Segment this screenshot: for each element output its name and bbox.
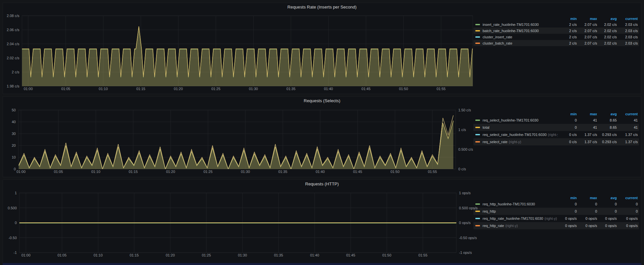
- legend-header-current[interactable]: current: [617, 112, 638, 116]
- x-tick-label: 01:05: [57, 253, 67, 257]
- y-left-tick-label: 2.04 c/s: [7, 42, 19, 46]
- legend-header-current[interactable]: current: [617, 196, 638, 200]
- x-tick-label: 01:05: [61, 87, 71, 91]
- x-tick-label: 01:55: [437, 87, 446, 91]
- stat-current: 2.03 c/s: [617, 35, 638, 39]
- legend-header-max[interactable]: max: [577, 196, 597, 200]
- y-left-tick-label: 0.500: [8, 206, 17, 210]
- x-tick-label: 01:25: [203, 170, 213, 174]
- stat-max: 2.07 c/s: [577, 35, 597, 39]
- legend-row: req_http_rate_huolinhe-TM1701:6030(right…: [473, 215, 639, 222]
- series-name[interactable]: req_select_huolinhe-TM1701:6030: [483, 118, 538, 122]
- y-left-tick-label: -0.50: [9, 236, 17, 240]
- stat-avg: 0 ops/s: [597, 217, 617, 220]
- y-right-tick-label: 0 c/s: [458, 167, 466, 171]
- plot-area[interactable]: [22, 26, 484, 86]
- stat-current: 1.37 c/s: [617, 133, 638, 137]
- series-color-swatch[interactable]: [475, 141, 480, 142]
- stat-current: 0: [617, 202, 638, 206]
- legend-header-min[interactable]: min: [558, 196, 577, 200]
- stat-min: 0 c/s: [558, 140, 577, 144]
- legend-header-row: minmaxavgcurrent: [473, 111, 639, 117]
- y-left-tick-label: 0: [15, 221, 17, 225]
- series-name[interactable]: req_select_rate_huolinhe-TM1701:6030: [483, 133, 547, 137]
- x-tick-label: 01:00: [16, 170, 26, 174]
- legend-header-max[interactable]: max: [577, 17, 597, 21]
- series-color-swatch[interactable]: [475, 134, 480, 135]
- series-name[interactable]: req_http_rate_huolinhe-TM1701:6030: [483, 217, 543, 220]
- legend-header-current[interactable]: current: [617, 17, 638, 21]
- x-tick-label: 01:15: [129, 170, 138, 174]
- x-tick-label: 01:55: [418, 253, 427, 257]
- series-name[interactable]: cluster_insert_rate: [483, 35, 512, 39]
- legend-row: req_http0000: [473, 208, 639, 215]
- panel-requests-selects: Requests (Selects) 01:0001:0501:1001:150…: [3, 96, 641, 177]
- legend-header-min[interactable]: min: [558, 17, 577, 21]
- y-left-tick-label: 40: [12, 120, 16, 124]
- series-color-swatch[interactable]: [475, 218, 480, 219]
- y-left-tick-label: 20: [12, 143, 16, 147]
- stat-min: 2 c/s: [558, 35, 577, 39]
- stat-min: 0: [558, 209, 577, 213]
- stat-avg: 2.02 c/s: [597, 35, 617, 39]
- series-name[interactable]: req_http_rate: [483, 224, 504, 228]
- stat-current: 2.03 c/s: [617, 23, 638, 27]
- stat-min: 2 c/s: [558, 29, 577, 33]
- x-tick-label: 01:10: [93, 253, 103, 257]
- legend-header-row: minmaxavgcurrent: [473, 16, 639, 21]
- series-color-swatch[interactable]: [475, 36, 480, 38]
- stat-avg: 2.02 c/s: [597, 29, 617, 33]
- legend-header-max[interactable]: max: [577, 112, 597, 116]
- legend-header-min[interactable]: min: [558, 112, 577, 116]
- plot-area[interactable]: [19, 223, 456, 223]
- series-name[interactable]: cluster_batch_rate: [483, 41, 512, 45]
- series-color-swatch[interactable]: [475, 203, 480, 205]
- stat-avg: 8.65: [597, 118, 617, 122]
- right-y-suffix: (right-y): [508, 140, 521, 144]
- x-tick-label: 01:50: [382, 253, 391, 257]
- stat-avg: 0: [597, 202, 617, 206]
- series-name[interactable]: req_http: [483, 209, 496, 213]
- series-color-swatch[interactable]: [475, 30, 480, 31]
- series-color-swatch[interactable]: [475, 225, 480, 226]
- legend-requests-http: minmaxavgcurrentreq_http_huolinhe-TM1701…: [473, 195, 639, 229]
- x-tick-label: 01:40: [316, 170, 325, 174]
- x-tick-label: 01:30: [249, 87, 258, 91]
- stat-avg: 0.293 c/s: [597, 140, 617, 144]
- y-right-tick-label: -1 ops/s: [459, 251, 472, 255]
- x-tick-label: 01:45: [346, 253, 355, 257]
- stat-min: 0 ops/s: [558, 224, 577, 228]
- legend-row: cluster_insert_rate2 c/s2.07 c/s2.02 c/s…: [473, 34, 639, 40]
- series-name[interactable]: req_http_huolinhe-TM1701:6030: [483, 202, 535, 206]
- stat-avg: 8.65: [597, 125, 617, 129]
- series-name[interactable]: batch_rate_huolinhe-TM1701:6030: [483, 29, 539, 33]
- stat-current: 2.03 c/s: [617, 41, 638, 45]
- x-tick-label: 01:35: [286, 87, 296, 91]
- series-name[interactable]: total: [483, 125, 489, 129]
- legend-header-avg[interactable]: avg: [597, 196, 617, 200]
- x-tick-label: 01:20: [166, 170, 175, 174]
- x-tick-label: 01:35: [278, 170, 287, 174]
- x-tick-label: 01:30: [241, 170, 250, 174]
- stat-max: 0: [577, 209, 597, 213]
- legend-header-avg[interactable]: avg: [597, 17, 617, 21]
- stat-min: 0: [558, 125, 577, 129]
- series-name[interactable]: req_select_rate: [483, 140, 508, 144]
- legend-header-avg[interactable]: avg: [597, 112, 617, 116]
- series-color-swatch[interactable]: [475, 127, 480, 128]
- x-tick-label: 01:55: [428, 170, 437, 174]
- series-color-swatch[interactable]: [475, 24, 480, 25]
- series-name[interactable]: insert_rate_huolinhe-TM1701:6030: [483, 23, 539, 27]
- right-y-suffix: (right-y): [543, 217, 557, 220]
- stat-avg: 0 ops/s: [597, 224, 617, 228]
- plot-area[interactable]: [19, 115, 453, 169]
- stat-current: 1.37 c/s: [617, 140, 638, 144]
- series-color-swatch[interactable]: [475, 120, 480, 121]
- x-tick-label: 01:45: [362, 87, 371, 91]
- series-color-swatch[interactable]: [475, 211, 480, 212]
- next-row-panel-edge: [3, 263, 641, 265]
- legend-row: total0418.6541: [473, 124, 639, 131]
- y-left-tick-label: 2 c/s: [12, 70, 20, 74]
- series-color-swatch[interactable]: [475, 43, 480, 44]
- legend-row: cluster_batch_rate2 c/s2.07 c/s2.02 c/s2…: [473, 40, 639, 46]
